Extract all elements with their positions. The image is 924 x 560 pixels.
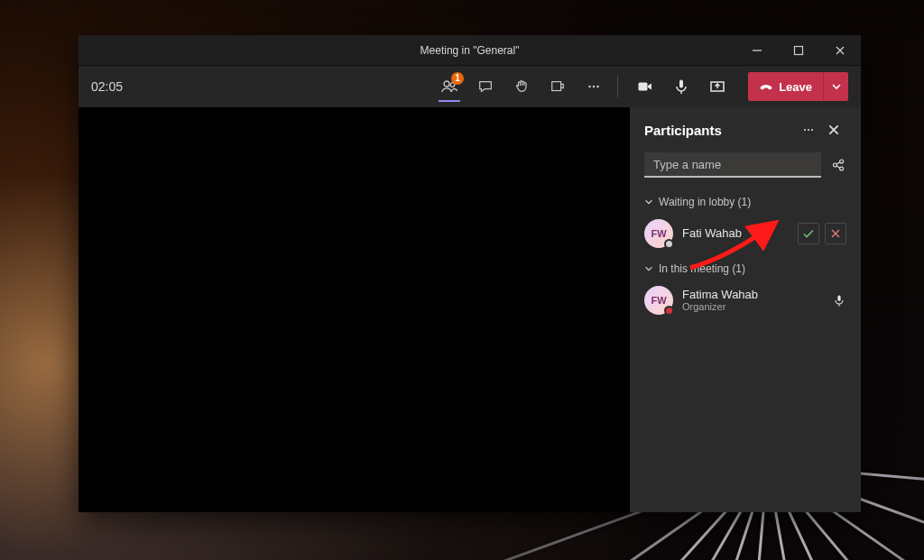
in-meeting-section-header[interactable]: In this meeting (1) <box>630 253 861 280</box>
meeting-toolbar: 02:05 1 <box>79 66 861 107</box>
meeting-participant-row: FW Fatima Wahab Organizer <box>630 280 861 320</box>
meeting-content: Participants <box>79 107 861 512</box>
x-icon <box>830 228 841 239</box>
lobby-participant-row: FW Fati Wahab <box>630 214 861 253</box>
participants-search-row <box>630 152 861 187</box>
camera-toggle-button[interactable] <box>627 66 663 107</box>
window-maximize-button[interactable] <box>778 35 819 66</box>
leave-button[interactable]: Leave <box>748 72 823 101</box>
leave-label: Leave <box>779 80 812 94</box>
lobby-actions <box>798 223 846 244</box>
title-bar: Meeting in "General" <box>79 35 861 66</box>
leave-button-group: Leave <box>748 72 848 101</box>
leave-options-button[interactable] <box>823 72 848 101</box>
svg-point-5 <box>593 86 596 88</box>
window-close-button[interactable] <box>819 35 861 66</box>
people-button[interactable]: 1 <box>431 66 467 107</box>
check-icon <box>802 227 815 240</box>
avatar-initials: FW <box>651 228 666 239</box>
participants-title: Participants <box>644 123 722 138</box>
mic-icon <box>832 293 846 308</box>
more-icon <box>801 123 816 137</box>
chevron-down-icon <box>644 264 653 273</box>
participants-more-button[interactable] <box>796 117 821 142</box>
participant-mic-indicator[interactable] <box>832 293 846 308</box>
video-stage <box>79 107 630 512</box>
chevron-down-icon <box>831 81 842 92</box>
participants-search-input[interactable] <box>644 152 821 178</box>
close-icon <box>835 45 845 56</box>
maximize-icon <box>793 45 804 56</box>
participants-header: Participants <box>630 107 861 152</box>
participants-panel: Participants <box>630 107 861 512</box>
rooms-icon <box>550 78 566 95</box>
participant-row-actions <box>832 293 846 308</box>
svg-point-11 <box>808 129 809 131</box>
presence-indicator <box>664 306 674 316</box>
share-invite-button[interactable] <box>830 157 846 173</box>
meeting-timer: 02:05 <box>91 79 123 94</box>
participants-close-button[interactable] <box>821 117 846 142</box>
admit-button[interactable] <box>798 223 819 244</box>
window-controls <box>736 35 861 66</box>
chevron-down-icon <box>644 197 653 207</box>
share-link-icon <box>830 157 846 173</box>
svg-point-6 <box>596 86 599 88</box>
svg-point-15 <box>840 167 844 170</box>
svg-point-1 <box>444 81 449 87</box>
people-badge: 1 <box>451 72 464 85</box>
svg-rect-0 <box>795 46 803 54</box>
participant-role: Organizer <box>682 301 758 312</box>
chat-button[interactable] <box>467 66 504 107</box>
avatar-initials: FW <box>651 295 666 306</box>
svg-point-10 <box>804 129 806 131</box>
window-minimize-button[interactable] <box>736 35 778 66</box>
svg-point-14 <box>840 160 844 163</box>
minimize-icon <box>752 45 762 56</box>
meeting-window: Meeting in "General" 02:05 1 <box>79 35 861 512</box>
mic-toggle-button[interactable] <box>663 66 699 107</box>
hangup-icon <box>759 79 773 94</box>
participant-name: Fatima Wahab <box>682 289 758 301</box>
decline-button[interactable] <box>825 223 846 244</box>
svg-rect-7 <box>639 83 648 91</box>
svg-point-4 <box>588 86 591 88</box>
more-actions-button[interactable] <box>576 66 612 107</box>
camera-icon <box>636 78 654 96</box>
participant-info: Fatima Wahab Organizer <box>682 289 758 312</box>
avatar: FW <box>644 286 673 315</box>
presence-indicator <box>664 239 674 249</box>
svg-point-12 <box>811 129 813 131</box>
share-button[interactable] <box>699 66 735 107</box>
lobby-section-label: Waiting in lobby (1) <box>659 196 751 208</box>
in-meeting-section-label: In this meeting (1) <box>659 262 745 275</box>
svg-rect-3 <box>552 82 561 91</box>
svg-rect-16 <box>837 295 840 300</box>
rooms-button[interactable] <box>540 66 576 107</box>
avatar: FW <box>644 219 673 248</box>
lobby-section-header[interactable]: Waiting in lobby (1) <box>630 187 861 214</box>
chat-icon <box>477 78 494 95</box>
hand-icon <box>513 78 530 95</box>
mic-icon <box>672 78 690 96</box>
toolbar-divider <box>617 76 618 97</box>
raise-hand-button[interactable] <box>504 66 540 107</box>
close-icon <box>827 124 840 136</box>
share-screen-icon <box>708 78 726 96</box>
participant-name: Fati Wahab <box>682 227 742 240</box>
svg-point-13 <box>833 163 836 167</box>
svg-rect-8 <box>679 80 683 88</box>
toolbar-center: 1 <box>431 66 848 107</box>
more-icon <box>586 78 602 95</box>
